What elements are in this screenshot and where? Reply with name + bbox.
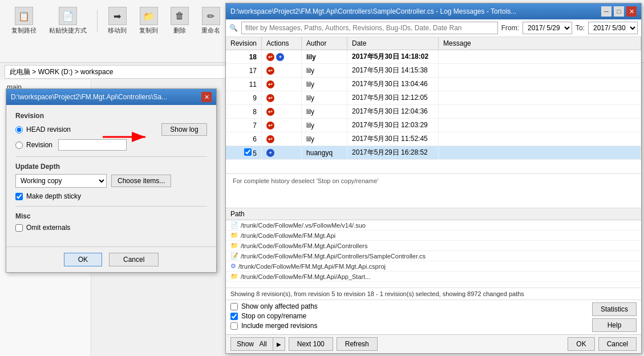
statistics-button[interactable]: Statistics <box>592 302 637 316</box>
list-item[interactable]: 📄/trunk/Code/FollowMe/.vs/FollowMe/v14/.… <box>226 220 641 230</box>
depth-select[interactable]: Working copy <box>15 174 107 188</box>
cell-actions: ↩ <box>262 64 302 78</box>
log-messages-window: D:\workspace\Project2\FM.Mgt.Api\Control… <box>225 3 642 354</box>
path-label: Path <box>230 210 245 218</box>
col-message: Message <box>439 37 641 50</box>
make-depth-sticky-checkbox[interactable] <box>15 193 23 200</box>
rename-btn[interactable]: ✏ 重命名 <box>197 5 225 37</box>
to-date-select[interactable]: 2017/ 5/30 <box>588 22 638 34</box>
copy-path-icon: 📋 <box>15 7 33 25</box>
choose-items-button[interactable]: Choose items... <box>111 175 171 187</box>
log-bottom-bar: Show All ▶ Next 100 Refresh OK Cancel <box>226 334 641 353</box>
path-list: 📄/trunk/Code/FollowMe/.vs/FollowMe/v14/.… <box>226 220 641 288</box>
minimize-button[interactable]: ─ <box>601 6 611 17</box>
include-merged-checkbox[interactable] <box>230 322 238 330</box>
add-icon: + <box>276 53 284 61</box>
cell-actions: ↩ + <box>262 50 302 64</box>
help-button[interactable]: Help <box>592 318 637 332</box>
include-merged-row: Include merged revisions <box>230 322 592 330</box>
show-only-affected-label: Show only affected paths <box>241 302 318 310</box>
copy-path-btn[interactable]: 📋 复制路径 <box>7 5 41 37</box>
revert-icon: ↩ <box>266 53 274 61</box>
cell-revision: 17 <box>226 64 262 78</box>
cs-file-icon: 📝 <box>230 252 238 260</box>
cell-message <box>439 91 641 105</box>
row-checkbox[interactable] <box>244 148 252 156</box>
revert-icon: ↩ <box>266 80 274 88</box>
path-text: /trunk/Code/FollowMe/.vs/FollowMe/v14/.s… <box>241 222 366 229</box>
show-button[interactable]: Show All <box>230 337 273 351</box>
from-date-select[interactable]: 2017/ 5/29 <box>523 22 572 34</box>
revision-input[interactable] <box>58 139 127 151</box>
close-button[interactable]: ✕ <box>626 6 637 17</box>
list-item[interactable]: 📁/trunk/Code/FollowMe/FM.Mgt.Api <box>226 230 641 241</box>
cell-actions: ↩ <box>262 91 302 105</box>
show-log-button[interactable]: Show log <box>161 123 207 136</box>
list-item[interactable]: 📁/trunk/Code/FollowMe/FM.Mgt.Api/Control… <box>226 241 641 251</box>
update-cancel-button[interactable]: Cancel <box>109 253 159 266</box>
paste-shortcut-btn[interactable]: 📄 粘贴快捷方式 <box>44 5 91 37</box>
table-row[interactable]: 9↩lily2017年5月30日 12:12:05 <box>226 91 641 105</box>
update-dialog-close[interactable]: ✕ <box>201 92 212 102</box>
cell-author: huangyq <box>302 146 347 160</box>
paste-icon: 📄 <box>59 7 77 25</box>
show-only-affected-row: Show only affected paths <box>230 302 592 310</box>
table-row[interactable]: 17↩lily2017年5月30日 14:15:38 <box>226 64 641 78</box>
head-revision-label: HEAD revision <box>26 126 71 134</box>
show-only-affected-checkbox[interactable] <box>230 303 238 310</box>
list-item[interactable]: ⚙/trunk/Code/FollowMe/FM.Mgt.Api/FM.Mgt.… <box>226 261 641 272</box>
table-row[interactable]: 8↩lily2017年5月30日 12:04:36 <box>226 105 641 119</box>
revision-label: Revision <box>26 141 52 149</box>
csproj-file-icon: ⚙ <box>230 262 236 270</box>
cell-author: lily <box>302 50 347 64</box>
refresh-button[interactable]: Refresh <box>337 337 378 351</box>
log-ok-button[interactable]: OK <box>568 337 594 351</box>
bottom-left-buttons: Show All ▶ Next 100 Refresh <box>230 337 378 351</box>
log-table-wrapper: Revision Actions Author Date Message 18↩… <box>226 37 641 174</box>
path-panel-header: Path <box>226 208 641 220</box>
working-copy-row: Working copy Choose items... <box>15 174 207 188</box>
cell-revision: 8 <box>226 105 262 119</box>
revision-section-title: Revision <box>15 112 207 120</box>
cell-author: lily <box>302 91 347 105</box>
table-row[interactable]: 6↩lily2017年5月30日 11:52:45 <box>226 132 641 146</box>
list-item[interactable]: 📝/trunk/Code/FollowMe/FM.Mgt.Api/Control… <box>226 251 641 261</box>
cell-revision: 7 <box>226 119 262 132</box>
update-dialog: D:\workspace\Project2\FM.Mgt.Api\Control… <box>6 88 217 273</box>
list-item[interactable]: 📁/trunk/Code/FollowMe/FM.Mgt.Api/App_Sta… <box>226 272 641 282</box>
show-all-arrow-button[interactable]: ▶ <box>273 337 285 351</box>
delete-icon: 🗑 <box>171 7 189 25</box>
path-text: /trunk/Code/FollowMe/FM.Mgt.Api/Controll… <box>241 253 426 260</box>
cell-date: 2017年5月30日 11:52:45 <box>347 132 439 146</box>
rename-icon: ✏ <box>202 7 220 25</box>
omit-externals-checkbox[interactable] <box>15 224 23 232</box>
stop-on-copy-row: Stop on copy/rename <box>230 312 592 320</box>
head-revision-radio[interactable] <box>15 126 23 134</box>
cell-actions: + <box>262 146 302 160</box>
cell-revision: 9 <box>226 91 262 105</box>
message-area: For complete history deselect 'Stop on c… <box>226 174 641 208</box>
table-row[interactable]: 11↩lily2017年5月30日 13:04:46 <box>226 78 641 91</box>
maximize-button[interactable]: □ <box>614 6 624 17</box>
cell-date: 2017年5月30日 14:15:38 <box>347 64 439 78</box>
log-cancel-button[interactable]: Cancel <box>598 337 637 351</box>
folder-file-icon: 📁 <box>230 232 238 239</box>
next-100-button[interactable]: Next 100 <box>289 337 333 351</box>
copy-to-btn[interactable]: 📁 复制到 <box>135 5 163 37</box>
update-ok-button[interactable]: OK <box>64 253 102 266</box>
cell-message <box>439 50 641 64</box>
table-row[interactable]: 7↩lily2017年5月30日 12:03:29 <box>226 119 641 132</box>
stop-on-copy-checkbox[interactable] <box>230 313 238 320</box>
path-text: /trunk/Code/FollowMe/FM.Mgt.Api/Controll… <box>241 242 368 249</box>
filter-input[interactable] <box>241 22 498 34</box>
delete-btn[interactable]: 🗑 删除 <box>166 5 193 37</box>
move-icon: ➡ <box>108 7 127 25</box>
table-row[interactable]: 18↩ +lily2017年5月30日 14:18:02 <box>226 50 641 64</box>
cell-message <box>439 64 641 78</box>
omit-externals-label: Omit externals <box>26 224 70 232</box>
show-all-container: Show All ▶ <box>230 337 285 351</box>
table-row[interactable]: 5+huangyq2017年5月29日 16:28:52 <box>226 146 641 160</box>
move-to-btn[interactable]: ➡ 移动到 <box>103 5 131 37</box>
cell-author: lily <box>302 105 347 119</box>
revision-radio[interactable] <box>15 141 23 149</box>
